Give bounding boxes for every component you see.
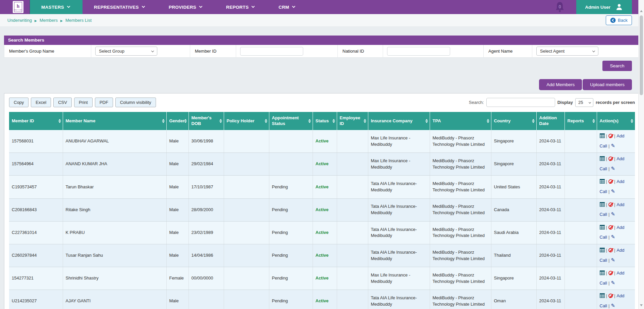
breadcrumb: Underwriting▶Members▶Members List: [7, 18, 92, 23]
column-header-appointment-status[interactable]: Appointment Status: [269, 112, 313, 130]
pdf-button[interactable]: PDF: [95, 98, 113, 107]
breadcrumb-item[interactable]: Members: [40, 18, 58, 23]
column-header-addition-date[interactable]: Addition Date: [536, 112, 565, 130]
sort-icon: [487, 119, 489, 123]
back-button[interactable]: Back: [606, 15, 632, 25]
table-cell: [189, 290, 224, 309]
upload-members-button[interactable]: Upload members: [583, 79, 632, 90]
table-cell: [337, 221, 368, 244]
nav-item-crm[interactable]: CRM: [267, 0, 308, 14]
block-member-icon[interactable]: [608, 294, 613, 298]
print-button[interactable]: Print: [74, 98, 93, 107]
table-cell: Tata AIA Life Insurance- Medibuddy: [368, 221, 430, 244]
table-cell: Pending: [269, 290, 313, 309]
block-member-icon[interactable]: [608, 271, 613, 275]
member-details-icon[interactable]: [600, 293, 605, 301]
block-member-icon[interactable]: [608, 134, 613, 138]
column-visibility-button[interactable]: Column visibility: [115, 98, 156, 107]
agent-name-select[interactable]: Select Agent: [536, 47, 598, 56]
block-member-icon[interactable]: [608, 248, 613, 252]
edit-icon[interactable]: ✎: [611, 303, 615, 308]
edit-icon[interactable]: ✎: [611, 257, 615, 263]
member-details-icon[interactable]: [600, 133, 605, 141]
column-header-insurance-company[interactable]: Insurance Company: [368, 112, 430, 130]
edit-icon[interactable]: ✎: [611, 211, 615, 217]
edit-icon[interactable]: ✎: [611, 143, 615, 148]
excel-button[interactable]: Excel: [31, 98, 51, 107]
records-per-screen-label: records per screen: [596, 100, 635, 105]
member-s-group-name-select[interactable]: Select Group: [95, 47, 157, 56]
table-cell: 154277321: [9, 267, 63, 290]
column-header-gender[interactable]: Gender: [166, 112, 189, 130]
edit-icon[interactable]: ✎: [611, 188, 615, 194]
members-table-panel: CopyExcelCSVPrintPDFColumn visibility Se…: [4, 93, 640, 309]
column-header-tpa[interactable]: TPA: [430, 112, 491, 130]
column-header-reports[interactable]: Reports: [565, 112, 597, 130]
actions-cell: ||Add Call|✎: [597, 176, 635, 198]
table-cell: C260297844: [9, 244, 63, 267]
user-name: Admin User: [585, 5, 610, 10]
nav-item-representatives[interactable]: REPRESENTATIVES: [83, 0, 157, 14]
chevron-down-icon: [589, 101, 591, 104]
national-id-input[interactable]: [387, 47, 450, 56]
table-cell: Active: [313, 198, 337, 221]
table-cell: [565, 221, 597, 244]
nav-item-reports[interactable]: REPORTS: [215, 0, 267, 14]
table-cell: Max Life Insurance - Medibuddy: [368, 153, 430, 176]
block-member-icon[interactable]: [608, 179, 613, 184]
user-menu[interactable]: Admin User: [576, 0, 632, 14]
table-cell: Male: [166, 221, 189, 244]
member-details-icon[interactable]: [600, 201, 605, 210]
member-id-input[interactable]: [240, 47, 303, 56]
app-logo[interactable]: h HEAL N CARE: [13, 1, 23, 13]
column-header-country[interactable]: Country: [491, 112, 536, 130]
copy-button[interactable]: Copy: [9, 98, 29, 107]
page-scrollbar[interactable]: [638, 0, 644, 309]
column-header-policy-holder[interactable]: Policy Holder: [224, 112, 269, 130]
table-header-row: Member IDMember NameGenderMember's DOBPo…: [9, 112, 635, 130]
nav-item-providers[interactable]: PROVIDERS: [157, 0, 215, 14]
table-cell: 23/02/1989: [189, 221, 224, 244]
column-header-member-id[interactable]: Member ID: [9, 112, 63, 130]
page-size-select[interactable]: 25: [575, 98, 593, 107]
block-member-icon[interactable]: [608, 225, 613, 230]
table-cell: [565, 290, 597, 309]
search-button[interactable]: Search: [602, 61, 632, 71]
table-cell: 2024-03-11: [536, 176, 565, 198]
block-member-icon[interactable]: [608, 157, 613, 161]
column-header-member-name[interactable]: Member Name: [63, 112, 166, 130]
table-cell: MediBuddy - Phasorz Technology Private L…: [430, 221, 491, 244]
edit-icon[interactable]: ✎: [611, 234, 615, 240]
breadcrumb-item[interactable]: Underwriting: [7, 18, 32, 23]
scrollbar-thumb[interactable]: [640, 15, 643, 95]
member-details-icon[interactable]: [600, 178, 605, 187]
sort-icon: [162, 119, 165, 123]
column-header-member-s-dob[interactable]: Member's DOB: [189, 112, 224, 130]
search-field-label: Member's Group Name: [4, 45, 91, 57]
table-search-input[interactable]: [486, 98, 555, 107]
member-details-icon[interactable]: [600, 247, 605, 255]
edit-icon[interactable]: ✎: [611, 280, 615, 286]
nav-item-masters[interactable]: MASTERS: [30, 0, 83, 14]
search-field-label: Member ID: [190, 45, 236, 57]
breadcrumb-separator-icon: ▶: [35, 19, 37, 22]
table-cell: Tata AIA Life Insurance- Medibuddy: [368, 176, 430, 198]
breadcrumb-item[interactable]: Members List: [65, 18, 92, 23]
member-details-icon[interactable]: [600, 270, 605, 278]
scroll-up-arrow-icon[interactable]: [640, 10, 643, 12]
column-header-status[interactable]: Status: [313, 112, 337, 130]
scroll-down-arrow-icon[interactable]: [640, 304, 643, 306]
table-cell: Max Life Insurance - Medibuddy: [368, 130, 430, 153]
member-details-icon[interactable]: [600, 156, 605, 164]
add-members-button[interactable]: Add Members: [539, 79, 582, 90]
edit-icon[interactable]: ✎: [611, 166, 615, 171]
table-cell: [337, 130, 368, 153]
member-details-icon[interactable]: [600, 224, 605, 233]
page-size-value: 25: [578, 100, 583, 105]
table-cell: [565, 267, 597, 290]
block-member-icon[interactable]: [608, 202, 613, 207]
notification-bell-icon[interactable]: 0: [555, 1, 565, 13]
column-header-action-s-[interactable]: Action(s): [597, 112, 635, 130]
column-header-employee-id[interactable]: Employee ID: [337, 112, 368, 130]
csv-button[interactable]: CSV: [53, 98, 72, 107]
